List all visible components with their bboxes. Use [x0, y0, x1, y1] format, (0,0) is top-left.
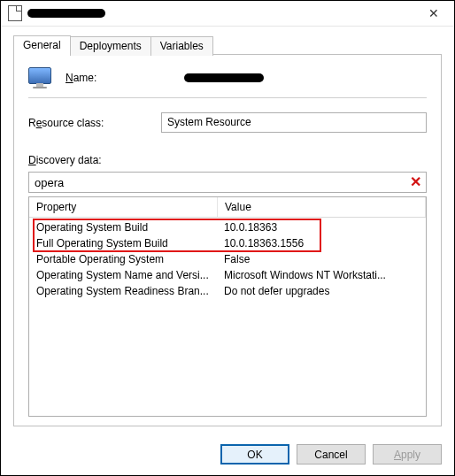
filter-row: ✕ [28, 172, 427, 193]
cell-value: False [217, 252, 426, 266]
column-header-property[interactable]: Property [29, 197, 218, 217]
tab-strip: General Deployments Variables [13, 35, 442, 55]
cell-property: Operating System Build [29, 220, 217, 234]
grid-body: Operating System Build 10.0.18363 Full O… [29, 218, 426, 304]
name-value [131, 73, 427, 82]
tab-page-general: NName:ame: Resource class: System Resour… [13, 55, 442, 426]
cell-value: 10.0.18363 [217, 220, 426, 234]
apply-button: ApplyApply [373, 444, 442, 464]
cell-value: 10.0.18363.1556 [217, 236, 426, 250]
name-row: NName:ame: [28, 67, 427, 88]
tab-deployments[interactable]: Deployments [70, 36, 151, 56]
properties-dialog: ✕ General Deployments Variables NName:am… [0, 0, 455, 476]
resource-class-label: Resource class: [28, 117, 161, 129]
close-icon: ✕ [428, 6, 439, 20]
cell-property: Portable Operating System [29, 252, 217, 266]
table-row[interactable]: Portable Operating System False [29, 251, 426, 267]
close-button[interactable]: ✕ [419, 4, 449, 23]
table-row[interactable]: Operating System Name and Versi... Micro… [29, 267, 426, 283]
cell-property: Operating System Name and Versi... [29, 268, 217, 282]
title-text-redacted [27, 9, 105, 18]
title-bar: ✕ [1, 1, 454, 27]
table-row[interactable]: Full Operating System Build 10.0.18363.1… [29, 235, 426, 251]
table-row[interactable]: Operating System Build 10.0.18363 [29, 219, 426, 235]
tab-variables[interactable]: Variables [150, 36, 213, 56]
cell-property: Full Operating System Build [29, 236, 217, 250]
title-left [8, 5, 105, 21]
name-value-redacted [184, 73, 264, 82]
resource-class-row: Resource class: System Resource [28, 112, 427, 133]
dialog-body: General Deployments Variables NName:ame:… [1, 27, 454, 437]
separator [28, 97, 427, 98]
name-label: NName:ame: [66, 72, 119, 84]
document-icon [8, 5, 22, 21]
ok-button[interactable]: OK [220, 444, 289, 464]
button-bar: OK Cancel ApplyApply [1, 437, 454, 475]
cell-value: Microsoft Windows NT Workstati... [217, 268, 426, 282]
resource-class-value: System Resource [161, 112, 427, 133]
filter-input[interactable] [28, 172, 427, 193]
computer-icon [28, 67, 53, 88]
tab-general[interactable]: General [13, 35, 71, 55]
clear-filter-icon[interactable]: ✕ [407, 174, 423, 190]
column-header-value[interactable]: Value [218, 197, 426, 217]
cell-property: Operating System Readiness Bran... [29, 284, 217, 298]
discovery-data-label: Discovery data: Discovery data: [28, 154, 427, 166]
grid-header: Property Value [29, 197, 426, 218]
cell-value: Do not defer upgrades [217, 284, 426, 298]
table-row[interactable]: Operating System Readiness Bran... Do no… [29, 283, 426, 299]
discovery-grid: Property Value Operating System Build 10… [28, 196, 427, 417]
cancel-button[interactable]: Cancel [297, 444, 366, 464]
